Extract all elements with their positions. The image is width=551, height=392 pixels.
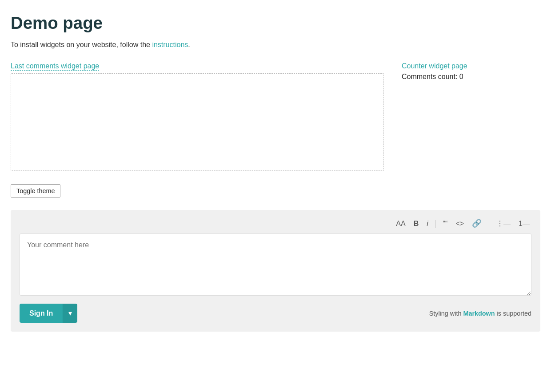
page-title: Demo page: [11, 13, 540, 33]
intro-paragraph: To install widgets on your website, foll…: [11, 41, 540, 49]
toolbar-separator-1: [435, 220, 436, 228]
sign-in-dropdown-button[interactable]: [63, 304, 77, 323]
link-icon[interactable]: 🔗: [470, 218, 483, 229]
quote-icon[interactable]: ““: [441, 219, 450, 229]
comment-toolbar: AA B i ““ <> 🔗 ⋮— 1—: [20, 218, 531, 229]
unordered-list-icon[interactable]: ⋮—: [495, 218, 512, 229]
counter-widget: Counter widget page Comments count: 0: [402, 62, 540, 81]
comment-footer: Sign In Styling with Markdown is support…: [20, 304, 531, 323]
last-comments-box: [11, 73, 384, 171]
font-size-icon[interactable]: AA: [394, 219, 407, 229]
chevron-down-icon: [68, 309, 72, 317]
bold-icon[interactable]: B: [412, 219, 421, 229]
sign-in-button-group: Sign In: [20, 304, 77, 323]
comments-count: Comments count: 0: [402, 73, 540, 81]
comment-widget: AA B i ““ <> 🔗 ⋮— 1— Sign In: [11, 210, 540, 332]
ordered-list-icon[interactable]: 1—: [517, 219, 531, 229]
instructions-link[interactable]: instructions: [152, 41, 188, 48]
code-icon[interactable]: <>: [454, 219, 466, 229]
italic-icon[interactable]: i: [425, 219, 430, 229]
counter-widget-link[interactable]: Counter widget page: [402, 62, 540, 70]
last-comments-link[interactable]: Last comments widget page: [11, 62, 99, 71]
last-comments-widget: Last comments widget page: [11, 62, 384, 171]
sign-in-button[interactable]: Sign In: [20, 304, 63, 323]
markdown-link[interactable]: Markdown: [463, 310, 495, 317]
toggle-theme-button[interactable]: Toggle theme: [11, 184, 60, 198]
intro-text: To install widgets on your website, foll…: [11, 41, 150, 48]
markdown-note: Styling with Markdown is supported: [429, 310, 531, 317]
comment-input[interactable]: [20, 234, 531, 296]
widgets-row: Last comments widget page Counter widget…: [11, 62, 540, 171]
toolbar-separator-2: [489, 220, 489, 228]
